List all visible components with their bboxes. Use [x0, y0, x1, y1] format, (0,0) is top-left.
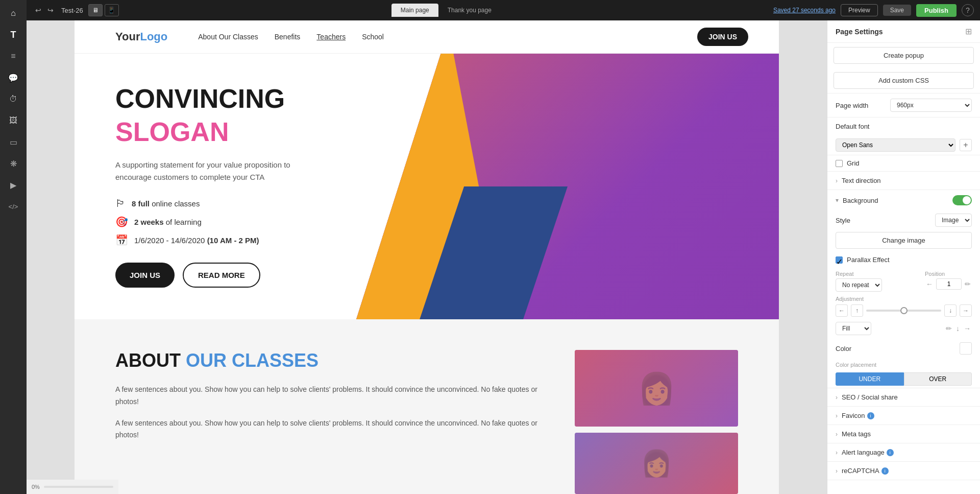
- nav-teachers[interactable]: Teachers: [316, 33, 346, 41]
- hero-buttons: JOIN US READ MORE: [115, 263, 473, 288]
- hero-stats: 🏳 8 full online classes 🎯 2 weeks of lea…: [115, 198, 473, 246]
- adj-right-button[interactable]: →: [960, 304, 972, 317]
- save-button[interactable]: Save: [883, 5, 911, 16]
- text-direction-header[interactable]: › Text direction: [827, 172, 980, 190]
- widget-tool[interactable]: ❋: [4, 154, 22, 173]
- stat-date: 📅 1/6/2020 - 14/6/2020 (10 AM - 2 PM): [115, 234, 473, 246]
- thank-you-page-tab[interactable]: Thank you page: [438, 4, 501, 17]
- alert-language-header[interactable]: › Alert language i: [827, 443, 980, 461]
- hero-content: CONVINCING SLOGAN A supporting statement…: [75, 54, 503, 319]
- nav-bar: YourLogo About Our Classes Benefits Teac…: [75, 20, 779, 54]
- video-tool[interactable]: ▶: [4, 176, 22, 194]
- position-left-button[interactable]: ←: [925, 279, 934, 289]
- undo-button[interactable]: ↩: [33, 5, 44, 15]
- color-label: Color: [836, 345, 851, 352]
- adjustment-slider[interactable]: [866, 310, 941, 312]
- publish-button[interactable]: Publish: [916, 4, 957, 17]
- repeat-pos-labels: Repeat No repeat Position ← ✏: [827, 269, 980, 294]
- desktop-view-button[interactable]: 🖥: [88, 4, 103, 16]
- alert-language-info-icon: i: [887, 449, 894, 456]
- mobile-view-button[interactable]: 📱: [105, 4, 119, 16]
- about-right: 👩 👩: [575, 350, 738, 494]
- color-picker[interactable]: [960, 342, 972, 355]
- adjustment-label-row: Adjustment: [827, 294, 980, 304]
- flag-icon: 🏳: [115, 198, 126, 209]
- adjustment-controls: ← ↑ ↓ →: [827, 304, 980, 321]
- seo-header[interactable]: › SEO / Social share: [827, 388, 980, 406]
- change-image-button[interactable]: Change image: [836, 232, 972, 249]
- nav-about[interactable]: About Our Classes: [198, 33, 258, 41]
- add-font-button[interactable]: +: [960, 139, 972, 151]
- nav-benefits[interactable]: Benefits: [275, 33, 301, 41]
- adj-down-button[interactable]: ↓: [944, 304, 957, 317]
- stat-classes: 🏳 8 full online classes: [115, 198, 473, 209]
- redo-button[interactable]: ↪: [45, 5, 56, 15]
- position-edit-button[interactable]: ✏: [964, 279, 972, 289]
- adjustment-label: Adjustment: [836, 296, 864, 302]
- logo-your: Your: [115, 30, 140, 43]
- grid-label: Grid: [847, 159, 860, 167]
- left-toolbar: ⌂ T ≡ 💬 ⏱ 🖼 ▭ ❋ ▶ </>: [0, 0, 27, 494]
- position-x-input[interactable]: [936, 278, 962, 290]
- logo: YourLogo: [115, 30, 167, 43]
- join-us-button[interactable]: JOIN US: [115, 263, 175, 288]
- photo-placeholder-1: 👩: [575, 350, 738, 427]
- background-header[interactable]: ▾ Background: [827, 190, 980, 210]
- style-row: Style Image: [827, 210, 980, 230]
- logo-logo: Logo: [140, 30, 167, 43]
- color-placement-row: UNDER OVER: [836, 372, 972, 386]
- about-text-2: A few sentences about you. Show how you …: [115, 417, 544, 442]
- adj-up-button[interactable]: ↑: [851, 304, 863, 317]
- image-tool[interactable]: 🖼: [4, 111, 22, 130]
- text-tool[interactable]: T: [4, 26, 22, 44]
- fill-edit-1[interactable]: ✏: [945, 323, 953, 334]
- section-tool[interactable]: ▭: [4, 133, 22, 151]
- color-placement-label: Color placement: [836, 362, 972, 368]
- hero-section: CONVINCING SLOGAN A supporting statement…: [75, 54, 779, 319]
- adj-left-button[interactable]: ←: [836, 304, 848, 317]
- alert-language-chevron: ›: [836, 449, 838, 456]
- background-toggle[interactable]: [952, 195, 972, 205]
- favicon-info-icon: i: [867, 412, 874, 419]
- meta-tags-header[interactable]: › Meta tags: [827, 425, 980, 443]
- main-page-tab[interactable]: Main page: [391, 4, 438, 17]
- meta-tags-section: › Meta tags: [827, 425, 980, 443]
- parallax-checkbox[interactable]: ✓: [836, 256, 843, 264]
- text-direction-title: Text direction: [842, 177, 881, 184]
- placement-under-button[interactable]: UNDER: [836, 372, 904, 386]
- nav-cta-button[interactable]: JOIN US: [697, 28, 748, 46]
- default-font-section: Default font Open Sans +: [827, 117, 980, 155]
- recaptcha-header[interactable]: › reCAPTCHA i: [827, 462, 980, 480]
- calendar-icon: 📅: [115, 234, 128, 246]
- page-width-label: Page width: [836, 102, 868, 109]
- nav-school[interactable]: School: [362, 33, 384, 41]
- fill-select[interactable]: Fill: [836, 322, 871, 335]
- repeat-select[interactable]: No repeat: [836, 278, 882, 292]
- timer-tool[interactable]: ⏱: [4, 90, 22, 108]
- fill-down-1[interactable]: ↓: [955, 323, 961, 334]
- font-select[interactable]: Open Sans: [836, 138, 955, 152]
- favicon-chevron: ›: [836, 412, 838, 419]
- help-button[interactable]: ?: [962, 4, 974, 16]
- panel-expand-button[interactable]: ⊞: [965, 27, 972, 36]
- recaptcha-section: › reCAPTCHA i: [827, 462, 980, 480]
- home-tool[interactable]: ⌂: [4, 4, 22, 22]
- comment-tool[interactable]: 💬: [4, 68, 22, 87]
- favicon-title: Favicon: [842, 412, 865, 419]
- seo-chevron: ›: [836, 394, 838, 401]
- placement-over-button[interactable]: OVER: [904, 372, 972, 386]
- code-tool[interactable]: </>: [4, 197, 22, 216]
- fill-right-1[interactable]: →: [963, 323, 972, 334]
- grid-checkbox[interactable]: [836, 160, 843, 167]
- font-row: Open Sans +: [827, 135, 980, 155]
- page-width-select[interactable]: 960px: [890, 99, 972, 112]
- page-width-row: Page width 960px: [827, 93, 980, 117]
- preview-button[interactable]: Preview: [841, 4, 878, 16]
- add-css-button[interactable]: Add custom CSS: [834, 72, 974, 89]
- read-more-button[interactable]: READ MORE: [183, 263, 260, 288]
- layout-tool[interactable]: ≡: [4, 47, 22, 65]
- create-popup-button[interactable]: Create popup: [834, 47, 974, 64]
- style-select[interactable]: Image: [935, 214, 972, 227]
- favicon-header[interactable]: › Favicon i: [827, 407, 980, 425]
- parallax-label: Parallax Effect: [847, 256, 890, 264]
